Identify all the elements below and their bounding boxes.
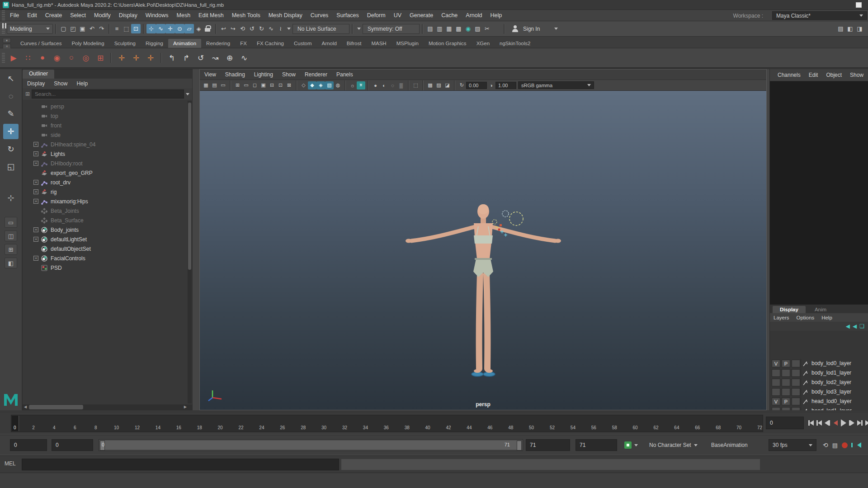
audio-icon[interactable] xyxy=(857,442,861,448)
menu-cache[interactable]: Cache xyxy=(437,12,462,19)
window-control-icon[interactable] xyxy=(856,2,862,8)
isolate-select-icon[interactable]: ▩ xyxy=(426,81,434,89)
soft-select-icon[interactable]: ∿ xyxy=(266,24,276,33)
outliner-item-front[interactable]: front xyxy=(23,121,192,130)
exposure-field[interactable]: 0.00 xyxy=(466,82,487,89)
motion-trail-icon[interactable]: ◎ xyxy=(79,51,93,65)
render-settings-icon[interactable]: ▩ xyxy=(454,24,463,33)
animation-end-field[interactable]: 71 xyxy=(576,439,617,451)
shelf-tab-poly-modeling[interactable]: Poly Modeling xyxy=(66,39,109,48)
viewport-canvas[interactable]: persp xyxy=(200,91,766,410)
outliner-item-lights[interactable]: +Lights xyxy=(23,149,192,159)
open-scene-icon[interactable]: ◰ xyxy=(68,24,78,33)
channelbox-menu-channels[interactable]: Channels xyxy=(774,72,805,78)
input-operations-icon[interactable]: ↺ xyxy=(247,24,257,33)
snap-grid-icon[interactable]: ⊹ xyxy=(146,24,156,33)
layer-tab-display[interactable]: Display xyxy=(773,306,806,313)
render-current-frame-icon[interactable]: ▥ xyxy=(435,24,444,33)
shelf-tab-animation[interactable]: Animation xyxy=(168,39,201,48)
snap-point-icon[interactable]: ✛ xyxy=(165,24,175,33)
new-scene-icon[interactable]: ▢ xyxy=(59,24,68,33)
shadows-icon[interactable]: ● xyxy=(371,81,380,89)
redo-icon[interactable]: ↷ xyxy=(97,24,106,33)
outliner-item-defaultlightset[interactable]: +defaultLightSet xyxy=(23,235,192,244)
layer-tab-anim[interactable]: Anim xyxy=(807,306,834,313)
expand-icon[interactable]: + xyxy=(33,151,38,156)
shelf-options-icon[interactable]: ▾ xyxy=(3,38,11,43)
layer-playback-toggle[interactable] xyxy=(782,388,790,396)
menu-file[interactable]: File xyxy=(6,12,23,19)
move-layer-down-icon[interactable]: ◀ xyxy=(853,323,857,329)
undo-icon[interactable]: ↶ xyxy=(87,24,97,33)
layer-row-head_lod0_layer[interactable]: VPhead_lod0_layer xyxy=(770,397,868,406)
last-tool-used[interactable]: ⊹ xyxy=(3,190,19,206)
menu-set-selector[interactable]: Modeling xyxy=(7,24,53,34)
resolution-gate-icon[interactable]: ◻ xyxy=(250,81,259,89)
layer-playback-toggle[interactable] xyxy=(782,369,790,377)
layer-visibility-toggle[interactable] xyxy=(772,369,780,377)
menu-surfaces[interactable]: Surfaces xyxy=(332,12,363,19)
time-marker-icon[interactable]: ▤ xyxy=(832,442,838,449)
menu-arnold[interactable]: Arnold xyxy=(462,12,486,19)
outliner-item-side[interactable]: side xyxy=(23,130,192,140)
symmetry-field[interactable]: Symmetry: Off xyxy=(363,24,420,34)
step-back-frame-button[interactable] xyxy=(816,418,823,428)
safe-action-icon[interactable]: ⊡ xyxy=(276,81,285,89)
texture-view-icon[interactable]: ▨ xyxy=(473,24,482,33)
ambient-occlusion-icon[interactable]: ◐ xyxy=(380,81,388,89)
filter-icon[interactable]: ⊞ xyxy=(25,91,30,97)
expand-icon[interactable]: + xyxy=(33,256,38,261)
menu-windows[interactable]: Windows xyxy=(142,12,173,19)
command-language-label[interactable]: MEL xyxy=(5,460,16,467)
select-component-icon[interactable]: ⊡ xyxy=(131,24,141,33)
outliner-item-root-drv[interactable]: +root_drv xyxy=(23,178,192,187)
outliner-item-dhibody-root[interactable]: +DHIbody:root xyxy=(23,159,192,168)
expand-icon[interactable]: + xyxy=(33,199,38,204)
chevron-down-icon[interactable] xyxy=(357,28,361,30)
menu-modify[interactable]: Modify xyxy=(90,12,115,19)
outliner-item-mixamorig-hips[interactable]: +mixamorig:Hips xyxy=(23,197,192,206)
layer-row-body_lod2_layer[interactable]: body_lod2_layer xyxy=(770,378,868,387)
shelf-tab-motion-graphics[interactable]: Motion Graphics xyxy=(424,39,472,48)
outliner-title[interactable]: Outliner xyxy=(23,70,54,79)
add-inbetween-icon[interactable]: ✛ xyxy=(115,51,128,65)
shelf-tab-xgen[interactable]: XGen xyxy=(472,39,495,48)
parent-constraint-icon[interactable]: ↰ xyxy=(165,51,179,65)
pole-vector-icon[interactable]: ⊕ xyxy=(223,51,236,65)
layer-playback-toggle[interactable] xyxy=(782,379,790,386)
shelf-tab-fx[interactable]: FX xyxy=(235,39,252,48)
menu-select[interactable]: Select xyxy=(66,12,90,19)
layer-visibility-toggle[interactable]: V xyxy=(772,360,780,367)
step-forward-frame-button[interactable] xyxy=(856,418,863,428)
layer-color-swatch[interactable] xyxy=(792,360,800,367)
safe-title-icon[interactable]: ⊠ xyxy=(285,81,293,89)
menu-help[interactable]: Help xyxy=(486,12,506,19)
camera-settings-icon[interactable]: ▤ xyxy=(210,81,219,89)
symmetry-icon[interactable]: ≀ xyxy=(276,24,285,33)
shelf-tab-ngskintools2[interactable]: ngSkinTools2 xyxy=(495,39,535,48)
shelf-tab-curves-surfaces[interactable]: Curves / Surfaces xyxy=(15,39,66,48)
scroll-left-icon[interactable]: ◀ xyxy=(24,405,27,409)
pause-icon[interactable] xyxy=(492,24,501,33)
lasso-tool[interactable]: ◌ xyxy=(3,89,19,104)
time-slider-track[interactable]: 0 24681012141618202224262830323436384042… xyxy=(11,415,763,432)
xray-icon[interactable]: ▨ xyxy=(434,81,443,89)
outliner-search-input[interactable] xyxy=(32,89,184,99)
field-chart-icon[interactable]: ⊟ xyxy=(268,81,276,89)
layout-persp-outliner[interactable]: ◧ xyxy=(5,258,17,268)
aim-constraint-icon[interactable]: ↝ xyxy=(208,51,222,65)
layer-row-body_lod0_layer[interactable]: VPbody_lod0_layer xyxy=(770,359,868,368)
layer-color-swatch[interactable] xyxy=(792,388,800,396)
lighting-all-icon[interactable]: ☀ xyxy=(357,81,365,89)
paint-select-tool[interactable]: ✎ xyxy=(3,106,19,122)
snap-curve-icon[interactable]: ∿ xyxy=(156,24,165,33)
expand-icon[interactable]: + xyxy=(33,237,38,242)
shelf-grip[interactable] xyxy=(2,53,5,63)
viewport-select-icon[interactable]: ⬚ xyxy=(411,81,420,89)
rotate-tool[interactable]: ↻ xyxy=(3,141,19,157)
anim-layer-selector[interactable]: BaseAnimation xyxy=(711,439,748,451)
expand-icon[interactable]: + xyxy=(33,142,38,147)
layer-color-swatch[interactable] xyxy=(792,379,800,386)
go-to-end-button[interactable] xyxy=(864,418,868,428)
shelf-tab-bifrost[interactable]: Bifrost xyxy=(342,39,367,48)
